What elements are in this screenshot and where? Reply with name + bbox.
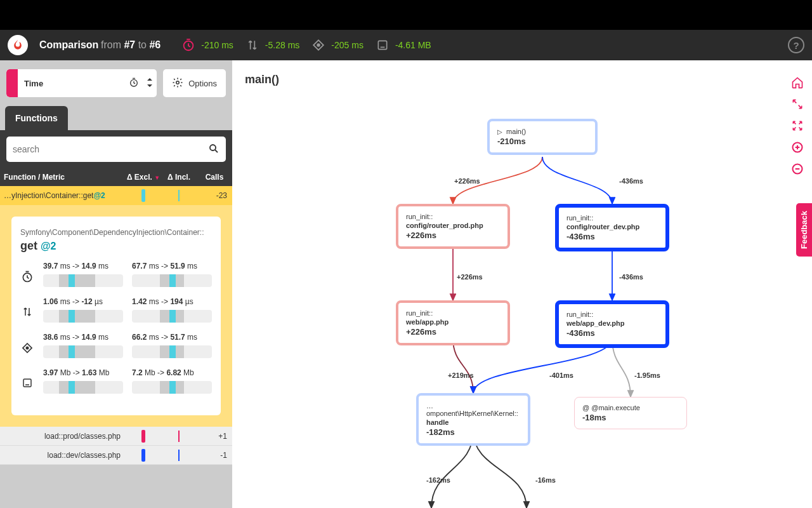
stat-io: -5.28 ms — [245, 37, 299, 53]
cpu-icon — [311, 37, 326, 53]
zoom-in-icon[interactable] — [790, 140, 804, 154]
time-icon — [20, 271, 34, 283]
function-row-selected[interactable]: …yInjection\Container::get@2 -23 — [0, 186, 232, 205]
feedback-button[interactable]: Feedback — [796, 203, 812, 257]
edge-label: -436ms — [619, 177, 643, 185]
stat-memory: -4.61 MB — [375, 37, 431, 53]
help-button[interactable]: ? — [788, 37, 804, 53]
gear-icon — [172, 77, 183, 90]
function-row[interactable]: load::prod/classes.php +1 — [0, 427, 232, 446]
zoom-out-icon[interactable] — [790, 162, 804, 176]
call-graph-canvas[interactable]: main() Feedback ▷ main()-210msrun_init::… — [232, 60, 812, 508]
browser-blackbar — [0, 0, 812, 30]
svg-point-9 — [26, 347, 28, 349]
memory-icon — [20, 377, 34, 389]
chevron-up-down-icon — [143, 78, 157, 89]
tab-functions[interactable]: Functions — [5, 106, 68, 130]
options-button[interactable]: Options — [163, 69, 226, 97]
metric-rows: 39.7 ms -> 14.9 ms 67.7 ms -> 51.9 ms 1.… — [20, 262, 212, 394]
breadcrumb: main() — [245, 73, 279, 86]
dimension-selector[interactable]: Time — [6, 69, 157, 97]
search-input[interactable] — [6, 137, 226, 162]
cpu-icon — [20, 342, 34, 354]
header-bar: Comparison from #7 to #6 -210 ms -5.28 m… — [0, 30, 812, 60]
graph-node[interactable]: ▷ main()-210ms — [487, 119, 598, 155]
sort-down-icon: ▼ — [154, 175, 160, 181]
graph-node[interactable]: …omponent\HttpKernel\Kernel::handle-182m… — [416, 393, 530, 446]
function-detail: Symfony\Component\DependencyInjection\Co… — [0, 205, 232, 427]
stat-cpu: -205 ms — [311, 37, 363, 53]
graph-node[interactable]: run_init::config/router_dev.php-436ms — [555, 204, 669, 251]
edge-label: -401ms — [549, 371, 573, 379]
function-row[interactable]: load::dev/classes.php -1 — [0, 446, 232, 465]
graph-node[interactable]: run_init::config/router_prod.php+226ms — [396, 204, 510, 249]
function-list: load::prod/classes.php +1load::dev/class… — [0, 427, 232, 465]
comparison-title: Comparison from #7 to #6 — [39, 39, 160, 51]
clock-icon — [181, 37, 196, 53]
clock-icon — [125, 77, 143, 90]
column-headers[interactable]: Function / Metric Δ Excl. ▼ Δ Incl. Call… — [0, 168, 232, 186]
edge-label: -436ms — [619, 273, 643, 281]
memory-icon — [375, 37, 390, 53]
svg-point-2 — [317, 44, 320, 46]
fullscreen-icon[interactable] — [790, 119, 804, 133]
io-icon — [245, 37, 260, 53]
expand-icon[interactable] — [790, 97, 804, 111]
svg-point-6 — [210, 145, 216, 150]
blackfire-logo[interactable] — [8, 35, 28, 55]
svg-rect-10 — [23, 379, 31, 387]
edge-label: -1.95ms — [634, 371, 660, 379]
edge-label: +226ms — [454, 177, 480, 185]
svg-point-5 — [176, 81, 180, 84]
sidebar: Time Options Functions Function / Metric… — [0, 60, 232, 508]
svg-rect-3 — [378, 41, 386, 49]
graph-node[interactable]: @ @main.execute-18ms — [574, 397, 687, 429]
edge-label: +226ms — [457, 273, 483, 281]
graph-node[interactable]: run_init::web/app.php+226ms — [396, 300, 510, 345]
stat-time: -210 ms — [181, 37, 233, 53]
edge-label: -16ms — [535, 476, 556, 484]
io-icon — [20, 306, 34, 318]
graph-node[interactable]: run_init::web/app_dev.php-436ms — [555, 300, 669, 348]
edge-label: +219ms — [448, 371, 474, 379]
search-icon — [208, 143, 219, 156]
home-icon[interactable] — [790, 76, 804, 90]
edge-label: -162ms — [426, 476, 450, 484]
